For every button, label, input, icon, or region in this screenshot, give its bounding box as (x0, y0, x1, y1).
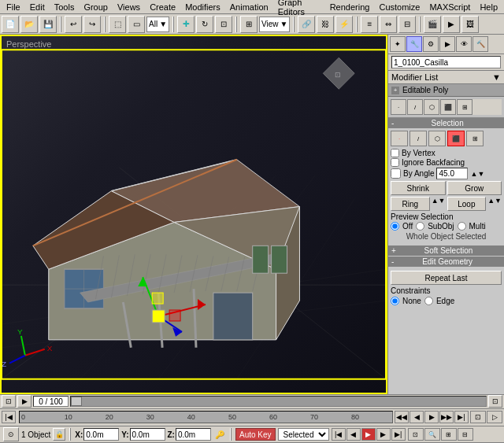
sel-border-icon[interactable]: ⬡ (428, 131, 446, 146)
save-btn[interactable]: 💾 (39, 16, 57, 33)
tc-btn5[interactable]: ▶| (391, 428, 406, 441)
edit-geometry-header[interactable]: - Edit Geometry (388, 257, 504, 267)
ring-btn[interactable]: Ring (391, 197, 430, 211)
layer-btn[interactable]: ≡ (361, 16, 378, 33)
mini-btn1[interactable]: ⊡ (408, 428, 424, 441)
timeline-indicator[interactable] (71, 397, 82, 406)
play-back-btn[interactable]: ◀ (410, 411, 424, 423)
repeat-last-btn[interactable]: Repeat Last (391, 271, 502, 285)
by-vertex-checkbox[interactable] (391, 149, 399, 157)
multi-radio[interactable] (458, 222, 466, 231)
lock-btn[interactable]: 🔒 (53, 428, 65, 441)
expand-btn[interactable]: + (391, 87, 399, 94)
menu-group[interactable]: Group (79, 0, 113, 13)
next-key-btn[interactable]: ▶▶ (439, 411, 454, 423)
align-btn[interactable]: ⊟ (398, 16, 416, 33)
menu-animation[interactable]: Animation (225, 0, 273, 13)
menu-maxscript[interactable]: MAXScript (424, 0, 475, 13)
polygon-btn[interactable]: ⬛ (440, 99, 456, 115)
next-frame-btn[interactable]: ▶| (454, 411, 469, 423)
by-angle-checkbox[interactable] (391, 168, 401, 179)
sel-element-icon[interactable]: ⊞ (466, 131, 484, 146)
new-btn[interactable]: 📄 (2, 16, 19, 33)
mirror-btn[interactable]: ⇔ (380, 16, 397, 33)
mode-dropdown[interactable]: All▼ (146, 17, 169, 32)
menu-file[interactable]: File (2, 0, 25, 13)
scale-btn[interactable]: ⊡ (215, 16, 232, 33)
menu-edit[interactable]: Edit (25, 0, 50, 13)
shrink-btn[interactable]: Shrink (391, 181, 446, 195)
menu-rendering[interactable]: Rendering (325, 0, 375, 13)
x-input[interactable] (83, 428, 119, 441)
grow-btn[interactable]: Grow (447, 181, 502, 195)
unlink-btn[interactable]: ⛓ (317, 16, 334, 33)
link-btn[interactable]: 🔗 (298, 16, 315, 33)
timeline-end-btn[interactable]: ⊡ (488, 395, 502, 408)
tc-btn2[interactable]: ◀ (346, 428, 361, 441)
panel-create-tab[interactable]: ✦ (390, 36, 406, 52)
sel-edge-icon[interactable]: / (410, 131, 427, 146)
bind-btn[interactable]: ⚡ (335, 16, 353, 33)
prev-key-btn[interactable]: ◀◀ (395, 411, 409, 423)
extra-btn2[interactable]: ▷ (487, 411, 502, 423)
element-btn[interactable]: ⊞ (457, 99, 472, 115)
loop-arrows[interactable]: ▲▼ (487, 197, 502, 211)
rotate-btn[interactable]: ↻ (196, 16, 213, 33)
vertex-btn[interactable]: · (391, 99, 406, 115)
autokey-btn[interactable]: Auto Key (235, 428, 276, 441)
select-region-btn[interactable]: ▭ (128, 16, 145, 33)
by-angle-input[interactable] (436, 168, 468, 179)
edge-btn[interactable]: / (407, 99, 423, 115)
soft-selection-header[interactable]: + Soft Selection (388, 245, 504, 256)
open-btn[interactable]: 📂 (20, 16, 38, 33)
sel-poly-icon[interactable]: ⬛ (447, 131, 465, 146)
border-btn[interactable]: ⬡ (424, 99, 439, 115)
mini-btn4[interactable]: ⊟ (458, 428, 473, 441)
menu-create[interactable]: Create (145, 0, 180, 13)
ref-coord-btn[interactable]: ⊞ (240, 16, 258, 33)
none-radio[interactable] (391, 297, 399, 305)
mini-btn3[interactable]: ⊞ (441, 428, 457, 441)
tc-btn4[interactable]: ▶ (376, 428, 391, 441)
menu-modifiers[interactable]: Modifiers (180, 0, 225, 13)
z-input[interactable] (176, 428, 211, 441)
select-btn[interactable]: ⬚ (109, 16, 126, 33)
menu-views[interactable]: Views (113, 0, 145, 13)
panel-display-tab[interactable]: 👁 (456, 36, 472, 52)
timeline-ruler[interactable]: 0 10 20 30 40 50 60 70 80 (19, 411, 393, 423)
move-btn[interactable]: ✛ (177, 16, 195, 33)
obj-icon[interactable]: ⊙ (3, 427, 19, 441)
play-btn[interactable]: ▶ (424, 411, 439, 423)
edge-radio[interactable] (424, 297, 433, 305)
ignore-backfacing-checkbox[interactable] (391, 158, 399, 167)
ring-arrows[interactable]: ▲▼ (432, 197, 446, 211)
view-dropdown[interactable]: View▼ (259, 17, 290, 32)
menu-customize[interactable]: Customize (374, 0, 424, 13)
off-radio[interactable] (391, 222, 399, 231)
timeline-btn1[interactable]: ⊡ (2, 395, 16, 408)
menu-tools[interactable]: Tools (50, 0, 80, 13)
tc-btn3[interactable]: ▶ (361, 428, 376, 441)
selected-dropdown[interactable]: Selected (278, 428, 329, 441)
menu-graph-editors[interactable]: Graph Editors (273, 0, 325, 13)
subobj-radio[interactable] (416, 222, 424, 231)
menu-help[interactable]: Help (475, 0, 502, 13)
panel-modify-tab[interactable]: 🔧 (406, 36, 422, 52)
prev-frame-btn[interactable]: |◀ (2, 411, 16, 423)
timeline-btn2[interactable]: ▶ (17, 395, 32, 408)
tc-btn1[interactable]: |◀ (332, 428, 346, 441)
extra-btn1[interactable]: ⊡ (470, 411, 486, 423)
panel-hierarchy-tab[interactable]: ⚙ (423, 36, 439, 52)
render-setup-btn[interactable]: 🎬 (424, 16, 441, 33)
viewport[interactable]: Perspective (0, 35, 387, 394)
mini-btn2[interactable]: 🔍 (424, 428, 440, 441)
sel-vertex-icon[interactable]: · (391, 131, 408, 146)
loop-btn[interactable]: Loop (447, 197, 487, 211)
redo-btn[interactable]: ↪ (83, 16, 101, 33)
timeline-track[interactable] (70, 396, 487, 407)
object-name-input[interactable] (391, 56, 501, 68)
editable-poly-header[interactable]: + Editable Poly (388, 84, 504, 97)
panel-utilities-tab[interactable]: 🔨 (472, 36, 488, 52)
y-input[interactable] (130, 428, 165, 441)
panel-motion-tab[interactable]: ▶ (439, 36, 455, 52)
